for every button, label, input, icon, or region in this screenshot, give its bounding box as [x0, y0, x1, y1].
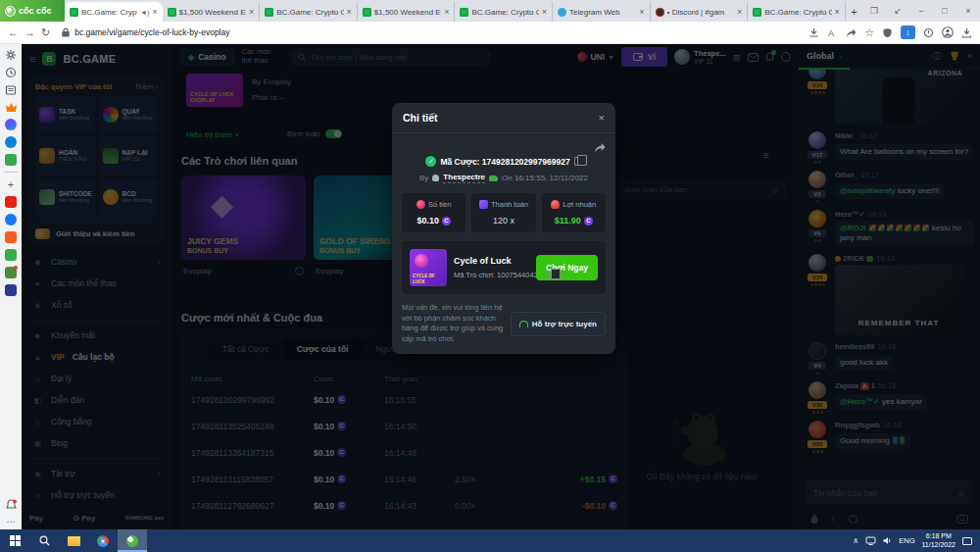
share-bet-icon[interactable]	[594, 142, 606, 153]
profit-icon	[551, 200, 560, 209]
shopee-app-icon[interactable]	[5, 231, 17, 243]
minimize-button[interactable]: −	[909, 0, 933, 22]
verified-check-icon: ✓	[425, 156, 436, 167]
facebook-icon[interactable]	[5, 214, 17, 226]
audio-playing-icon[interactable]: ◄)	[140, 9, 149, 16]
web-viewport: ≡ BC.GAME Đặc quyền VIP của tôi Thêm › T…	[22, 44, 980, 529]
screen: cốc cốc BC.Game: Crypto ◄) × $1,500 Week…	[0, 0, 980, 552]
game-info-card: CYCLE OF LUCK Cycle of Luck Mã Trò chơi:…	[402, 241, 606, 294]
reload-icon[interactable]: ↻	[41, 26, 50, 39]
play-now-button[interactable]: Chơi Ngay	[536, 255, 598, 280]
forward-icon[interactable]: →	[24, 26, 35, 38]
bet-id: Mã Cược: 1749281202997969927	[440, 157, 569, 167]
taskbar-search-icon[interactable]	[29, 529, 59, 552]
tab-bcgame-2[interactable]: BC.Game: Crypto Ca ×	[260, 2, 358, 22]
tab-discord[interactable]: • Discord | #gam ×	[651, 2, 749, 22]
tab-telegram[interactable]: Telegram Web ×	[553, 2, 651, 22]
plant-app-icon[interactable]	[5, 267, 17, 278]
payout-icon	[479, 200, 488, 209]
messenger-icon[interactable]	[5, 119, 17, 130]
bet-username[interactable]: Thespectre	[443, 173, 485, 183]
history-icon[interactable]	[5, 67, 17, 78]
modal-title: Chi tiết	[403, 112, 438, 124]
game-title: Cycle of Luck	[454, 256, 529, 266]
navy-app-icon[interactable]	[5, 284, 17, 296]
close-tab-icon[interactable]: ×	[835, 7, 840, 17]
game-thumbnail[interactable]: CYCLE OF LUCK	[410, 249, 447, 286]
maximize-button[interactable]: □	[933, 0, 956, 22]
browser-address-bar: ← → ↻ bc.game/vi/game/cycle-of-luck-by-e…	[0, 22, 980, 44]
browser-side-rail: + ⋯	[0, 44, 22, 529]
close-tab-icon[interactable]: ×	[249, 7, 254, 17]
bcgame-favicon	[168, 8, 176, 17]
telegram-favicon	[558, 8, 566, 17]
copy-icon[interactable]	[574, 157, 582, 166]
bookmark-star-icon[interactable]: ☆	[864, 26, 874, 39]
brand-label: cốc cốc	[19, 6, 52, 16]
system-tray: ∧ ENG 6:18 PM 11/12/2022	[853, 532, 980, 550]
crown-icon[interactable]	[5, 102, 18, 113]
gamepad-icon[interactable]	[5, 154, 17, 166]
live-support-button[interactable]: Hỗ trợ trực tuyến	[511, 312, 606, 336]
toolbar-icons: A ☆ ↓	[808, 25, 972, 39]
zalo-icon[interactable]	[5, 136, 17, 148]
downloads-tray-icon[interactable]	[961, 27, 972, 38]
tab-bcgame-1[interactable]: BC.Game: Crypto ◄) ×	[65, 2, 163, 22]
close-modal-icon[interactable]: ×	[599, 112, 605, 124]
share-icon[interactable]	[846, 27, 857, 38]
translate-icon[interactable]: A	[827, 27, 838, 38]
active-download-icon[interactable]: ↓	[901, 25, 915, 39]
youtube-icon[interactable]	[5, 196, 17, 208]
bcgame-favicon	[363, 8, 371, 17]
headset-icon	[519, 321, 528, 327]
url-box[interactable]: bc.game/vi/game/cycle-of-luck-by-evoplay	[56, 27, 803, 37]
coccoc-brand: cốc cốc	[0, 0, 65, 22]
discord-favicon	[656, 8, 664, 17]
coccoc-taskbar-icon[interactable]	[118, 529, 147, 552]
close-tab-icon[interactable]: ×	[737, 7, 742, 17]
add-shortcut-icon[interactable]: +	[8, 178, 14, 190]
chrome-icon[interactable]	[88, 529, 118, 552]
start-button[interactable]	[0, 529, 29, 552]
game-id: Mã Trò chơi: 1007544042...	[454, 271, 544, 279]
reading-list-icon[interactable]	[5, 84, 17, 96]
volume-icon[interactable]	[883, 536, 892, 545]
more-icon[interactable]: ⋯	[7, 517, 16, 527]
close-tab-icon[interactable]: ×	[444, 7, 449, 17]
support-note: Mọi vấn đề, xin vui lòng liên hệ với bộ …	[402, 303, 504, 344]
tab-bcgame-3[interactable]: BC.Game: Crypto Ca ×	[455, 2, 553, 22]
close-tab-icon[interactable]: ×	[152, 7, 157, 17]
new-tab-button[interactable]: +	[846, 2, 862, 22]
action-center-icon[interactable]	[962, 537, 972, 545]
snapshot-icon[interactable]: ❐	[862, 0, 886, 22]
tray-expand-icon[interactable]: ∧	[853, 536, 858, 545]
tab-weekend-2[interactable]: $1,500 Weekend Ev ×	[358, 2, 456, 22]
close-tab-icon[interactable]: ×	[347, 7, 352, 17]
lock-icon	[62, 27, 70, 37]
notifications-bell-icon[interactable]	[6, 499, 17, 511]
bcgame-favicon	[70, 8, 78, 17]
coin-icon: C	[584, 217, 593, 226]
user-icon	[432, 175, 439, 181]
bet-details-modal: Chi tiết × ✓ Mã Cược: 174928120299796992…	[392, 103, 615, 354]
tab-weekend-1[interactable]: $1,500 Weekend Ev ×	[163, 2, 261, 22]
file-explorer-icon[interactable]	[59, 529, 88, 552]
adblock-shield-icon[interactable]	[882, 27, 893, 38]
close-window-button[interactable]: ×	[956, 0, 980, 22]
close-tab-icon[interactable]: ×	[542, 7, 547, 17]
close-tab-icon[interactable]: ×	[639, 7, 644, 17]
tab-bcgame-4[interactable]: BC.Game: Crypto Ca ×	[748, 2, 846, 22]
collapse-icon[interactable]: ↙	[886, 0, 909, 22]
copy-icon[interactable]	[548, 271, 556, 279]
coin-icon: C	[442, 217, 451, 226]
network-icon[interactable]	[865, 536, 876, 545]
green-app-icon[interactable]	[5, 249, 17, 261]
profile-icon[interactable]	[942, 26, 954, 38]
stat-amount: Số tiền $0.10C	[402, 193, 466, 232]
clock[interactable]: 6:18 PM 11/12/2022	[921, 532, 956, 550]
save-page-icon[interactable]	[808, 27, 819, 38]
settings-gear-icon[interactable]	[5, 49, 17, 61]
language-indicator[interactable]: ENG	[899, 536, 914, 545]
sync-icon[interactable]	[923, 27, 934, 38]
back-icon[interactable]: ←	[8, 26, 19, 38]
